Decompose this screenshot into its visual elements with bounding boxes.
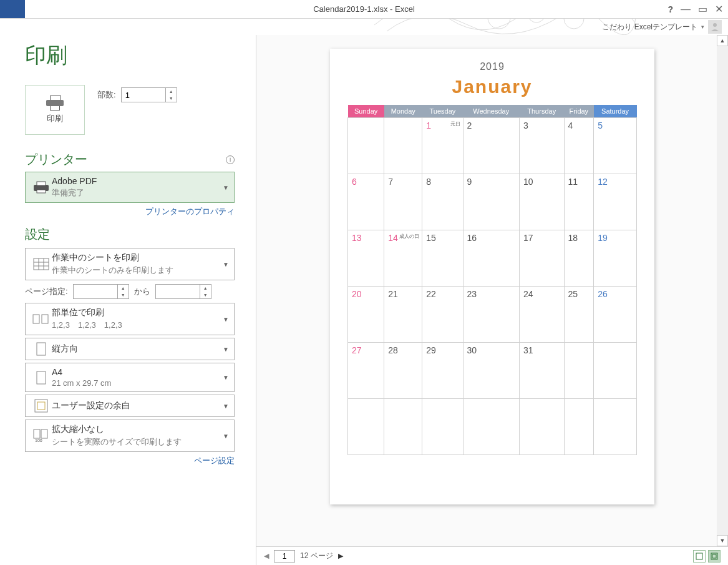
page-to-input[interactable]: [156, 285, 200, 298]
chevron-down-icon: ▼: [223, 346, 229, 353]
current-page-input[interactable]: [274, 550, 295, 563]
vertical-scrollbar[interactable]: ▲ ▼: [717, 35, 728, 546]
calendar-cell: 3: [519, 118, 564, 174]
print-button[interactable]: 印刷: [25, 85, 85, 135]
copies-down[interactable]: ▼: [166, 95, 177, 102]
calendar-cell: [519, 399, 564, 455]
calendar-cell: [384, 399, 422, 455]
copies-label: 部数:: [97, 89, 116, 101]
calendar-cell: 23: [463, 287, 519, 343]
calendar-cell: [384, 118, 422, 174]
calendar-year: 2019: [347, 61, 637, 72]
day-header: Monday: [384, 105, 422, 118]
calendar-cell: 18: [564, 230, 594, 287]
svg-text:100: 100: [35, 438, 42, 443]
calendar-cell: 6: [348, 174, 384, 230]
settings-section-title: 設定: [25, 226, 235, 243]
calendar-cell: 27: [348, 343, 384, 399]
prev-page-button[interactable]: ◀: [264, 552, 269, 560]
calendar-cell: 9: [463, 174, 519, 230]
restore-button[interactable]: ▭: [698, 3, 707, 15]
page-setup-link[interactable]: ページ設定: [194, 456, 235, 465]
calendar-cell: 29: [422, 343, 463, 399]
print-button-label: 印刷: [47, 113, 63, 124]
calendar-cell: 4: [564, 118, 594, 174]
scroll-up-icon[interactable]: ▲: [717, 35, 728, 46]
calendar-cell: 12: [594, 174, 637, 230]
calendar-month: January: [347, 76, 637, 97]
calendar-cell: 28: [384, 343, 422, 399]
day-header: Tuesday: [422, 105, 463, 118]
copies-input[interactable]: [122, 88, 165, 102]
page-to-spinner[interactable]: ▲▼: [155, 284, 211, 299]
calendar-cell: 13: [348, 230, 384, 287]
minimize-button[interactable]: —: [681, 4, 691, 15]
back-region[interactable]: [0, 0, 25, 18]
day-header: Thursday: [519, 105, 564, 118]
day-header: Saturday: [594, 105, 637, 118]
copies-up[interactable]: ▲: [166, 88, 177, 95]
calendar-cell: 30: [463, 343, 519, 399]
margins-title: ユーザー設定の余白: [52, 400, 219, 411]
scaling-dropdown[interactable]: 100 拡大縮小なし シートを実際のサイズで印刷します ▼: [25, 420, 235, 452]
total-pages: 12 ページ: [300, 551, 333, 561]
print-what-sub: 作業中のシートのみを印刷します: [52, 265, 219, 276]
next-page-button[interactable]: ▶: [338, 552, 343, 560]
collate-sub: 1,2,3 1,2,3 1,2,3: [52, 320, 219, 331]
account-bar: こだわり Excelテンプレート ▾: [0, 19, 728, 35]
chevron-down-icon: ▼: [223, 316, 229, 323]
info-icon[interactable]: i: [226, 155, 235, 164]
margins-dropdown[interactable]: ユーザー設定の余白 ▼: [25, 395, 235, 417]
calendar-cell: [564, 343, 594, 399]
account-name[interactable]: こだわり Excelテンプレート: [602, 22, 697, 32]
zoom-to-page-button[interactable]: [708, 550, 721, 563]
calendar-cell: 31: [519, 343, 564, 399]
calendar-cell: 2: [463, 118, 519, 174]
calendar-cell: 25: [564, 287, 594, 343]
collate-icon: [31, 313, 52, 325]
collate-dropdown[interactable]: 部単位で印刷 1,2,3 1,2,3 1,2,3 ▼: [25, 303, 235, 335]
scroll-down-icon[interactable]: ▼: [717, 535, 728, 546]
calendar-cell: [348, 118, 384, 174]
calendar-cell: [348, 399, 384, 455]
svg-rect-5: [37, 182, 46, 185]
printer-name: Adobe PDF: [52, 176, 219, 186]
avatar[interactable]: [708, 20, 722, 34]
page-range-to: から: [134, 286, 150, 297]
calendar-cell: 10: [519, 174, 564, 230]
print-what-dropdown[interactable]: 作業中のシートを印刷 作業中のシートのみを印刷します ▼: [25, 248, 235, 280]
print-what-title: 作業中のシートを印刷: [52, 252, 219, 263]
close-button[interactable]: ✕: [715, 3, 723, 15]
paper-sub: 21 cm x 29.7 cm: [52, 378, 219, 388]
printer-properties-link[interactable]: プリンターのプロパティ: [145, 207, 235, 216]
show-margins-button[interactable]: [693, 550, 706, 563]
sheet-icon: [31, 258, 52, 270]
page-from-input[interactable]: [74, 285, 117, 298]
page-from-spinner[interactable]: ▲▼: [73, 284, 129, 299]
day-header: Wednesday: [463, 105, 519, 118]
calendar-cell: 21: [384, 287, 422, 343]
calendar-cell: [594, 343, 637, 399]
page-range-label: ページ指定:: [25, 286, 68, 297]
window-title: Calendar2019-1.xlsx - Excel: [313, 4, 415, 14]
print-settings-panel: 印刷 印刷 部数: ▲▼ プリンター i Adobe PDF: [0, 35, 256, 565]
svg-rect-7: [34, 258, 49, 270]
margins-icon: [31, 399, 52, 413]
printer-dropdown[interactable]: Adobe PDF 準備完了 ▼: [25, 172, 235, 203]
calendar-cell: 17: [519, 230, 564, 287]
preview-page: 2019 January SundayMondayTuesdayWednesda…: [330, 49, 654, 504]
svg-rect-13: [42, 315, 48, 323]
svg-point-3: [713, 23, 717, 27]
orientation-dropdown[interactable]: 縦方向 ▼: [25, 338, 235, 360]
svg-rect-23: [712, 554, 716, 558]
chevron-down-icon: ▼: [223, 261, 229, 268]
help-icon[interactable]: ?: [667, 4, 673, 14]
account-dropdown-arrow[interactable]: ▾: [701, 24, 704, 30]
calendar-table: SundayMondayTuesdayWednesdayThursdayFrid…: [347, 105, 637, 455]
calendar-cell: 16: [463, 230, 519, 287]
paper-dropdown[interactable]: A4 21 cm x 29.7 cm ▼: [25, 363, 235, 392]
copies-spinner[interactable]: ▲▼: [121, 87, 177, 102]
preview-nav-bar: ◀ 12 ページ ▶: [256, 546, 728, 565]
calendar-cell: 5: [594, 118, 637, 174]
day-header: Friday: [564, 105, 594, 118]
